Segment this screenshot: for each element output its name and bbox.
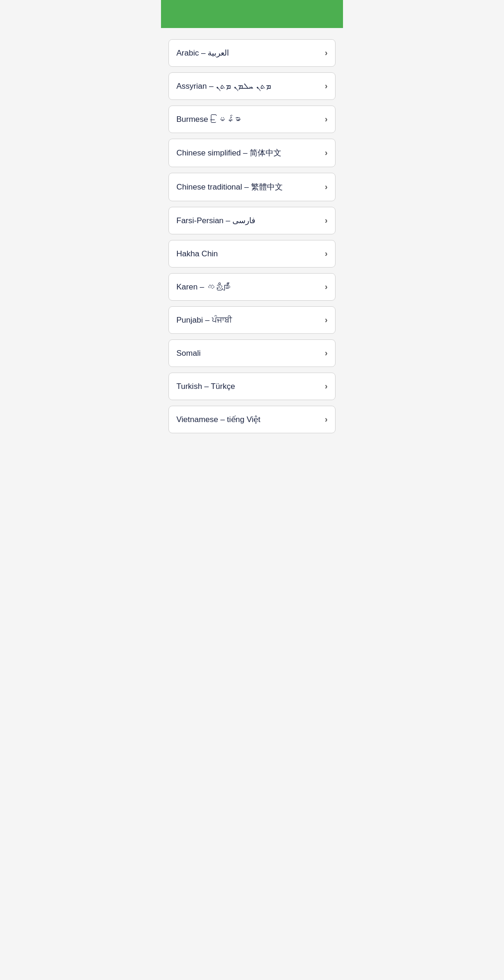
language-label-karen: Karen – ကညီကျိာ်: [176, 282, 230, 292]
chevron-right-icon: ›: [325, 114, 328, 124]
language-list: Arabic – العربية›Assyrian – ܡܬܢ ܚܠܡܢ ܡܬܢ…: [168, 39, 336, 433]
chevron-right-icon: ›: [325, 249, 328, 259]
language-label-chinese-simplified: Chinese simplified – 简体中文: [176, 148, 281, 158]
language-item-karen[interactable]: Karen – ကညီကျိာ်›: [168, 273, 336, 301]
chevron-right-icon: ›: [325, 282, 328, 292]
language-item-somali[interactable]: Somali›: [168, 339, 336, 367]
language-item-punjabi[interactable]: Punjabi – ਪੰਜਾਬੀ›: [168, 306, 336, 334]
language-label-burmese: Burmese – မြန်မာ: [176, 115, 241, 124]
language-item-arabic[interactable]: Arabic – العربية›: [168, 39, 336, 67]
chevron-right-icon: ›: [325, 148, 328, 158]
language-item-chinese-traditional[interactable]: Chinese traditional – 繁體中文›: [168, 173, 336, 201]
chevron-right-icon: ›: [325, 415, 328, 424]
language-label-punjabi: Punjabi – ਪੰਜਾਬੀ: [176, 316, 232, 325]
chevron-right-icon: ›: [325, 48, 328, 58]
language-item-hakha-chin[interactable]: Hakha Chin›: [168, 240, 336, 268]
language-label-turkish: Turkish – Türkçe: [176, 382, 235, 391]
language-label-vietnamese: Vietnamese – tiếng Việt: [176, 415, 260, 424]
chevron-right-icon: ›: [325, 81, 328, 91]
language-item-farsi-persian[interactable]: Farsi-Persian – فارسی›: [168, 207, 336, 234]
language-item-chinese-simplified[interactable]: Chinese simplified – 简体中文›: [168, 139, 336, 167]
language-label-arabic: Arabic – العربية: [176, 48, 229, 58]
language-label-farsi-persian: Farsi-Persian – فارسی: [176, 216, 255, 226]
language-label-assyrian: Assyrian – ܡܬܢ ܚܠܡܢ ܡܬܢ: [176, 82, 271, 91]
app-container: Arabic – العربية›Assyrian – ܡܬܢ ܚܠܡܢ ܡܬܢ…: [161, 0, 343, 448]
language-label-somali: Somali: [176, 349, 201, 358]
language-item-vietnamese[interactable]: Vietnamese – tiếng Việt›: [168, 406, 336, 433]
chevron-right-icon: ›: [325, 216, 328, 226]
language-item-assyrian[interactable]: Assyrian – ܡܬܢ ܚܠܡܢ ܡܬܢ›: [168, 72, 336, 100]
language-item-turkish[interactable]: Turkish – Türkçe›: [168, 373, 336, 400]
chevron-right-icon: ›: [325, 315, 328, 325]
language-label-chinese-traditional: Chinese traditional – 繁體中文: [176, 182, 283, 192]
content: Arabic – العربية›Assyrian – ܡܬܢ ܚܠܡܢ ܡܬܢ…: [161, 28, 343, 448]
chevron-right-icon: ›: [325, 381, 328, 391]
language-item-burmese[interactable]: Burmese – မြန်မာ›: [168, 106, 336, 133]
header: [161, 0, 343, 28]
chevron-right-icon: ›: [325, 182, 328, 192]
language-label-hakha-chin: Hakha Chin: [176, 249, 218, 259]
chevron-right-icon: ›: [325, 348, 328, 358]
